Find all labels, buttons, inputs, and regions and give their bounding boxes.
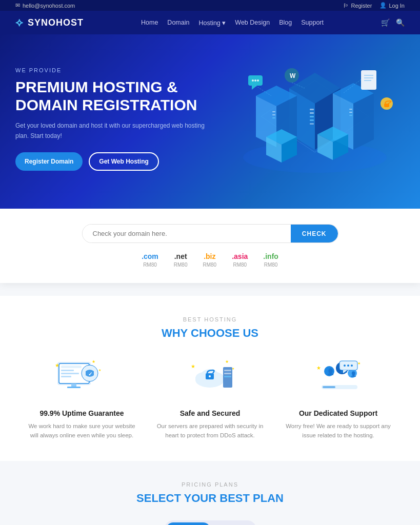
hero-buttons: Register Domain Get Web Hosting xyxy=(15,152,210,171)
topbar-actions: 🏳 Register 👤 Log In xyxy=(343,2,405,9)
svg-point-80 xyxy=(344,365,346,367)
svg-rect-16 xyxy=(272,111,275,112)
pricing-title: SELECT YOUR BEST PLAN xyxy=(15,492,405,505)
tld-info: .info RM80 xyxy=(263,252,278,268)
uptime-icon: ✓ ★ ★ ★ xyxy=(54,355,110,401)
register-domain-button[interactable]: Register Domain xyxy=(15,152,83,171)
svg-text:★: ★ xyxy=(92,359,95,364)
features-grid: ✓ ★ ★ ★ 99.9% Uptime Guarantee We work h… xyxy=(15,355,405,440)
support-icon: 👤 👤 👤 ★ xyxy=(310,355,367,401)
svg-text:★: ★ xyxy=(232,367,234,370)
topbar-email: ✉ hello@synohost.com xyxy=(15,2,75,9)
svg-rect-11 xyxy=(310,119,314,121)
svg-rect-54 xyxy=(67,387,81,388)
svg-rect-68 xyxy=(224,373,231,374)
get-hosting-button[interactable]: Get Web Hosting xyxy=(89,152,158,171)
feature-safe: ★ ★ ★ Safe and Secured Our servers are p… xyxy=(156,355,264,440)
feature-safe-title: Safe and Secured xyxy=(156,409,264,417)
svg-text:★: ★ xyxy=(55,362,59,368)
svg-text:★: ★ xyxy=(98,369,101,372)
svg-text:👤: 👤 xyxy=(327,368,334,375)
monthly-toggle[interactable]: Monthly xyxy=(166,522,210,525)
hero-section: WE PROVIDE PREMIUM HOSTING & DOMAIN REGI… xyxy=(0,34,420,209)
tld-com: .com RM80 xyxy=(142,252,158,268)
svg-point-43 xyxy=(257,79,259,82)
tld-net: .net RM80 xyxy=(174,252,188,268)
svg-text:★: ★ xyxy=(225,359,229,364)
feature-support-desc: Worry free! We are ready to support any … xyxy=(285,421,392,440)
svg-rect-10 xyxy=(310,116,314,117)
svg-rect-18 xyxy=(272,117,275,118)
domain-check-button[interactable]: CHECK xyxy=(291,225,338,243)
why-section: Best Hosting WHY CHOOSE US xyxy=(0,296,420,461)
login-link[interactable]: 👤 Log In xyxy=(379,2,405,9)
feature-uptime-desc: We work hard to make sure your website w… xyxy=(28,421,136,440)
pricing-tag: Pricing Plans xyxy=(15,481,405,488)
email-icon: ✉ xyxy=(15,2,20,9)
svg-rect-9 xyxy=(310,112,314,114)
nav-hosting[interactable]: Hosting ▾ xyxy=(198,19,226,27)
svg-text:★: ★ xyxy=(191,364,195,369)
main-nav: Home Domain Hosting ▾ Web Design Blog Su… xyxy=(141,19,324,27)
svg-rect-36 xyxy=(384,104,389,107)
feature-safe-desc: Our servers are prepared with security i… xyxy=(156,421,264,440)
domain-section: CHECK .com RM80 .net RM80 .biz RM80 .asi… xyxy=(0,209,420,283)
svg-rect-50 xyxy=(61,370,74,371)
svg-rect-24 xyxy=(349,115,352,116)
nav-utilities: 🛒 🔍 xyxy=(381,18,405,27)
header: ⟡ SYNOHOST Home Domain Hosting ▾ Web Des… xyxy=(0,11,420,34)
feature-support: 👤 👤 👤 ★ xyxy=(285,355,392,440)
tld-list: .com RM80 .net RM80 .biz RM80 .asia RM80… xyxy=(31,252,389,268)
hero-subtitle: WE PROVIDE xyxy=(15,67,210,73)
svg-rect-12 xyxy=(310,123,314,125)
why-title: WHY CHOOSE US xyxy=(15,327,405,340)
svg-point-65 xyxy=(209,375,211,377)
nav-blog[interactable]: Blog xyxy=(279,19,292,26)
why-tag: Best Hosting xyxy=(15,316,405,322)
svg-rect-51 xyxy=(61,373,79,374)
search-icon[interactable]: 🔍 xyxy=(396,18,405,27)
feature-uptime-title: 99.9% Uptime Guarantee xyxy=(28,409,136,417)
tld-asia: .asia RM80 xyxy=(232,252,248,268)
hero-description: Get your loved domain and host it with o… xyxy=(15,121,210,140)
svg-text:👤: 👤 xyxy=(350,371,357,377)
svg-rect-17 xyxy=(272,114,275,115)
svg-rect-85 xyxy=(323,386,335,388)
svg-text:✓: ✓ xyxy=(88,371,92,377)
hero-title: PREMIUM HOSTING & DOMAIN REGISTRATION xyxy=(15,78,210,114)
svg-point-41 xyxy=(252,79,254,82)
safe-icon: ★ ★ ★ xyxy=(182,355,238,401)
yearly-toggle[interactable]: Yearly xyxy=(210,522,254,525)
svg-rect-8 xyxy=(310,109,314,110)
hero-svg: W xyxy=(230,60,399,178)
pricing-toggle: Monthly Yearly xyxy=(164,520,256,525)
cart-icon[interactable]: 🛒 xyxy=(381,18,390,27)
feature-uptime: ✓ ★ ★ ★ 99.9% Uptime Guarantee We work h… xyxy=(28,355,136,440)
feature-support-title: Our Dedicated Support xyxy=(285,409,392,417)
svg-rect-52 xyxy=(61,376,71,377)
domain-search-input[interactable] xyxy=(83,225,291,243)
svg-rect-31 xyxy=(361,70,376,90)
svg-point-42 xyxy=(254,79,256,82)
svg-text:★: ★ xyxy=(316,365,321,371)
register-link[interactable]: 🏳 Register xyxy=(343,3,372,9)
logo-text: SYNOHOST xyxy=(28,17,84,28)
svg-text:W: W xyxy=(290,72,296,79)
logo-icon: ⟡ xyxy=(15,16,24,29)
hero-illustration: W xyxy=(230,60,405,178)
svg-point-81 xyxy=(347,365,349,367)
svg-point-82 xyxy=(351,365,353,367)
nav-home[interactable]: Home xyxy=(141,19,158,26)
nav-support[interactable]: Support xyxy=(301,19,324,26)
domain-search-bar: CHECK xyxy=(82,224,338,243)
svg-rect-69 xyxy=(224,376,231,377)
topbar: ✉ hello@synohost.com 🏳 Register 👤 Log In xyxy=(0,0,420,11)
nav-domain[interactable]: Domain xyxy=(167,19,189,26)
nav-webdesign[interactable]: Web Design xyxy=(235,19,270,26)
svg-rect-23 xyxy=(349,112,352,113)
user-icon: 👤 xyxy=(379,2,387,9)
pricing-section: Pricing Plans SELECT YOUR BEST PLAN Mont… xyxy=(0,461,420,525)
svg-rect-22 xyxy=(349,109,352,110)
svg-rect-49 xyxy=(61,366,82,368)
logo[interactable]: ⟡ SYNOHOST xyxy=(15,16,84,29)
